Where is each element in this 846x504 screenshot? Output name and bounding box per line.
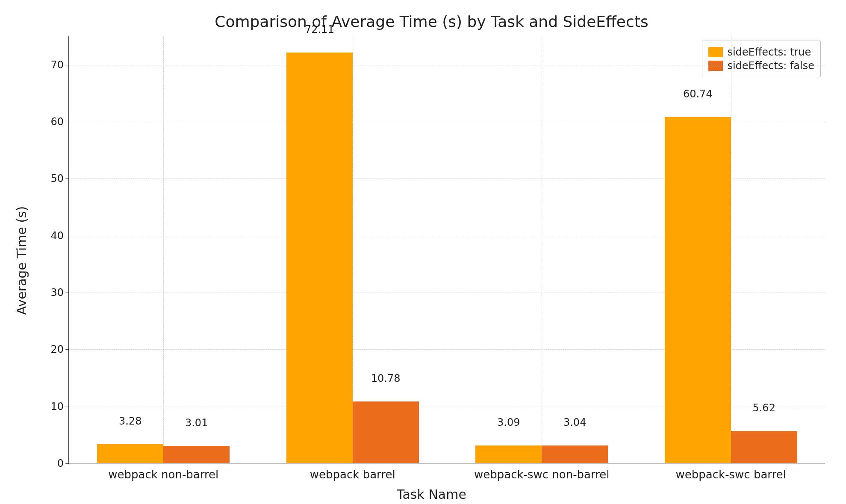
legend: sideEffects: truesideEffects: false: [702, 41, 821, 77]
bar-value-label: 60.74: [683, 88, 713, 103]
grid-line-horizontal: [69, 65, 825, 65]
chart-container: Comparison of Average Time (s) by Task a…: [9, 9, 846, 504]
x-category-label: webpack-swc non-barrel: [474, 463, 610, 481]
chart-title: Comparison of Average Time (s) by Task a…: [9, 13, 846, 30]
y-tick-mark: [65, 463, 69, 464]
y-tick-mark: [65, 293, 69, 293]
legend-item: sideEffects: true: [708, 45, 814, 59]
bar: [731, 431, 797, 463]
x-category-label: webpack non-barrel: [108, 463, 218, 481]
bar-value-label: 3.09: [497, 416, 520, 431]
y-tick-mark: [65, 407, 69, 407]
bar: [475, 445, 542, 463]
grid-line-vertical: [353, 36, 353, 463]
x-category-label: webpack barrel: [310, 463, 395, 481]
bar-value-label: 3.04: [563, 416, 586, 431]
grid-line-vertical: [542, 36, 542, 463]
bar: [665, 117, 731, 463]
bar: [353, 401, 419, 463]
legend-item: sideEffects: false: [708, 59, 814, 73]
bar-value-label: 3.01: [185, 417, 208, 431]
y-tick-mark: [65, 236, 69, 236]
y-tick-mark: [65, 179, 69, 179]
bar: [542, 445, 608, 463]
y-axis-label: Average Time (s): [14, 206, 29, 315]
bar: [286, 53, 353, 463]
plot-area: sideEffects: truesideEffects: false 0102…: [68, 36, 825, 463]
bar: [97, 444, 163, 463]
x-category-label: webpack-swc barrel: [676, 463, 786, 481]
y-tick-mark: [65, 122, 69, 122]
bar-value-label: 5.62: [752, 402, 775, 416]
legend-swatch: [708, 47, 723, 57]
legend-label: sideEffects: false: [727, 60, 814, 72]
grid-line-vertical: [731, 36, 731, 463]
bar-value-label: 3.28: [119, 415, 141, 430]
bar: [163, 446, 230, 463]
legend-label: sideEffects: true: [727, 46, 811, 58]
bar-value-label: 72.11: [305, 23, 334, 38]
legend-swatch: [708, 61, 723, 71]
y-tick-mark: [65, 349, 69, 350]
y-tick-mark: [65, 65, 69, 65]
grid-line-vertical: [163, 36, 164, 463]
x-axis-label: Task Name: [9, 487, 846, 502]
bar-value-label: 10.78: [371, 372, 401, 387]
